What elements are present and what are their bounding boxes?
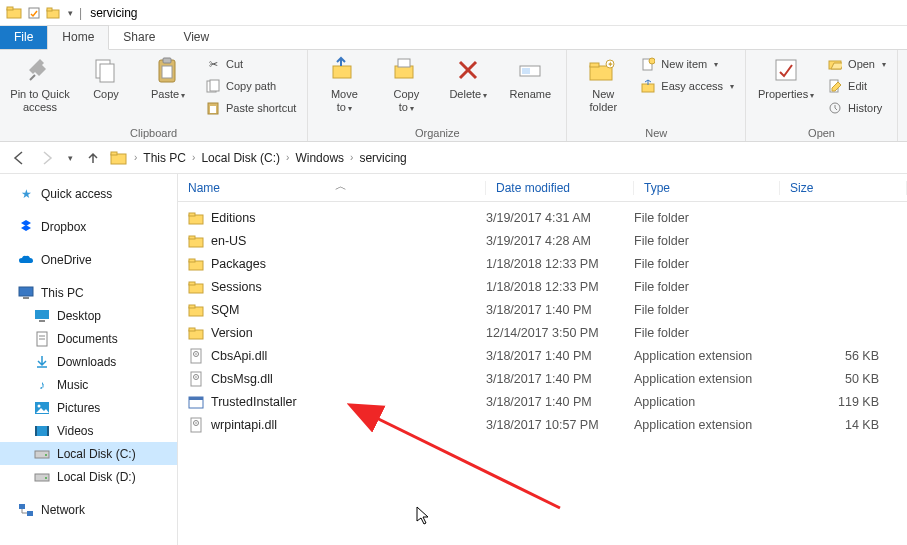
address-chevron-icon[interactable]: ›	[190, 152, 197, 163]
svg-rect-4	[47, 8, 52, 11]
paste-button[interactable]: Paste▾	[140, 54, 196, 101]
pictures-icon	[34, 400, 50, 416]
tab-home[interactable]: Home	[47, 25, 109, 50]
sidebar-item-quickaccess[interactable]: ★Quick access	[0, 182, 177, 205]
svg-rect-62	[189, 259, 195, 262]
file-size: 119 KB	[780, 395, 907, 409]
sidebar-item-locald[interactable]: Local Disk (D:)	[0, 465, 177, 488]
properties-button[interactable]: Properties▾	[754, 54, 818, 101]
sidebar-item-label: Desktop	[57, 309, 101, 323]
address-bar[interactable]: › This PC› Local Disk (C:)› Windows› ser…	[110, 146, 899, 170]
svg-point-79	[195, 422, 197, 424]
file-row[interactable]: Editions3/19/2017 4:31 AMFile folder	[178, 206, 907, 229]
nav-recent-button[interactable]: ▾	[64, 147, 76, 169]
cut-label: Cut	[226, 58, 243, 70]
file-size: 56 KB	[780, 349, 907, 363]
move-to-button[interactable]: Move to▾	[316, 54, 372, 113]
breadcrumb-seg[interactable]: Local Disk (C:)	[197, 151, 284, 165]
copyto-label: Copy to▾	[393, 88, 419, 113]
ribbon-group-select: Select all Select none Invert selection …	[898, 50, 907, 141]
sidebar-item-label: This PC	[41, 286, 84, 300]
file-row[interactable]: en-US3/19/2017 4:28 AMFile folder	[178, 229, 907, 252]
tab-file[interactable]: File	[0, 26, 47, 49]
breadcrumb-seg[interactable]: Windows	[291, 151, 348, 165]
qat-dropdown-icon[interactable]: ▾	[68, 8, 73, 18]
dropbox-icon	[18, 219, 34, 235]
nav-up-button[interactable]	[82, 147, 104, 169]
qat-properties-icon[interactable]	[26, 5, 42, 21]
file-row[interactable]: CbsMsg.dll3/18/2017 1:40 PMApplication e…	[178, 367, 907, 390]
newitem-icon	[640, 56, 656, 72]
file-row[interactable]: Version12/14/2017 3:50 PMFile folder	[178, 321, 907, 344]
open-button[interactable]: Open▾	[824, 54, 889, 74]
svg-rect-48	[35, 426, 49, 436]
edit-button[interactable]: Edit	[824, 76, 889, 96]
copy-to-button[interactable]: Copy to▾	[378, 54, 434, 113]
svg-rect-41	[39, 320, 45, 322]
breadcrumb-seg[interactable]: This PC	[139, 151, 190, 165]
drive-icon	[34, 469, 50, 485]
qat-newfolder-icon[interactable]	[46, 5, 62, 21]
address-chevron-icon[interactable]: ›	[132, 152, 139, 163]
svg-rect-56	[27, 511, 33, 516]
file-row[interactable]: SQM3/18/2017 1:40 PMFile folder	[178, 298, 907, 321]
sidebar-item-label: Documents	[57, 332, 118, 346]
sidebar-item-desktop[interactable]: Desktop	[0, 304, 177, 327]
paste-shortcut-button[interactable]: Paste shortcut	[202, 98, 299, 118]
svg-rect-40	[35, 310, 49, 319]
file-row[interactable]: wrpintapi.dll3/18/2017 10:57 PMApplicati…	[178, 413, 907, 436]
column-header-date[interactable]: Date modified	[486, 181, 634, 195]
address-chevron-icon[interactable]: ›	[284, 152, 291, 163]
file-type: File folder	[634, 280, 780, 294]
copy-path-button[interactable]: Copy path	[202, 76, 299, 96]
cut-button[interactable]: ✂Cut	[202, 54, 299, 74]
title-separator: |	[79, 6, 82, 20]
sidebar-item-dropbox[interactable]: Dropbox	[0, 215, 177, 238]
file-type: File folder	[634, 326, 780, 340]
svg-rect-16	[395, 66, 413, 78]
sidebar-item-network[interactable]: Network	[0, 498, 177, 521]
file-type: File folder	[634, 234, 780, 248]
file-row[interactable]: TrustedInstaller3/18/2017 1:40 PMApplica…	[178, 390, 907, 413]
column-header-size[interactable]: Size	[780, 181, 907, 195]
nav-back-button[interactable]	[8, 147, 30, 169]
tab-view[interactable]: View	[169, 26, 223, 49]
history-button[interactable]: History	[824, 98, 889, 118]
rename-button[interactable]: Rename	[502, 54, 558, 101]
address-chevron-icon[interactable]: ›	[348, 152, 355, 163]
svg-rect-55	[19, 504, 25, 509]
new-item-button[interactable]: New item▾	[637, 54, 737, 74]
sidebar-item-downloads[interactable]: Downloads	[0, 350, 177, 373]
sidebar-item-thispc[interactable]: This PC	[0, 281, 177, 304]
sidebar-item-music[interactable]: ♪Music	[0, 373, 177, 396]
sidebar-item-documents[interactable]: Documents	[0, 327, 177, 350]
pasteshortcut-icon	[205, 100, 221, 116]
column-header-name[interactable]: Name	[178, 181, 486, 195]
documents-icon	[34, 331, 50, 347]
easy-access-button[interactable]: Easy access▾	[637, 76, 737, 96]
breadcrumb-seg[interactable]: servicing	[355, 151, 410, 165]
copypath-icon	[205, 78, 221, 94]
file-name: TrustedInstaller	[211, 395, 297, 409]
sidebar-item-pictures[interactable]: Pictures	[0, 396, 177, 419]
copy-button[interactable]: Copy	[78, 54, 134, 101]
ribbon-tabs: File Home Share View	[0, 26, 907, 50]
nav-forward-button[interactable]	[36, 147, 58, 169]
ribbon-group-new: ✦New folder New item▾ Easy access▾ New	[567, 50, 746, 141]
column-header-type[interactable]: Type	[634, 181, 780, 195]
sidebar-item-localc[interactable]: Local Disk (C:)	[0, 442, 177, 465]
delete-button[interactable]: Delete▾	[440, 54, 496, 101]
svg-rect-58	[189, 213, 195, 216]
pin-to-quick-access-button[interactable]: Pin to Quick access	[8, 54, 72, 113]
svg-rect-28	[642, 84, 654, 92]
file-row[interactable]: Packages1/18/2018 12:33 PMFile folder	[178, 252, 907, 275]
new-folder-button[interactable]: ✦New folder	[575, 54, 631, 113]
sidebar-item-onedrive[interactable]: OneDrive	[0, 248, 177, 271]
music-icon: ♪	[34, 377, 50, 393]
file-row[interactable]: Sessions1/18/2018 12:33 PMFile folder	[178, 275, 907, 298]
easyaccess-icon	[640, 78, 656, 94]
file-row[interactable]: CbsApi.dll3/18/2017 1:40 PMApplication e…	[178, 344, 907, 367]
sidebar-item-videos[interactable]: Videos	[0, 419, 177, 442]
star-icon: ★	[18, 186, 34, 202]
tab-share[interactable]: Share	[109, 26, 169, 49]
